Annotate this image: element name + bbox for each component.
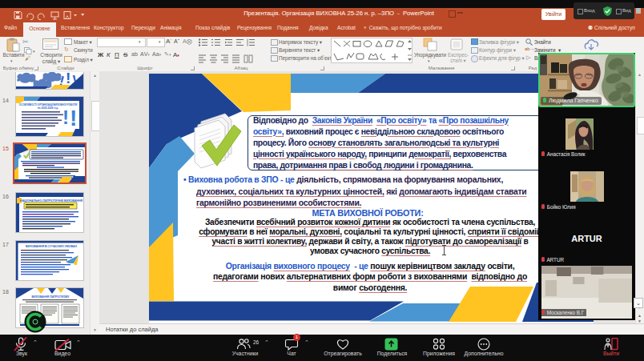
svg-text:!: ! xyxy=(62,106,69,128)
svg-text:ВИХОВАННЯ ПАТРІОТИЗМУ: ВИХОВАННЯ ПАТРІОТИЗМУ xyxy=(32,295,70,299)
svg-text:ВИХОВАННЯ В СУЧАСНИХ УМОВАХ: ВИХОВАННЯ В СУЧАСНИХ УМОВАХ xyxy=(26,245,78,248)
svg-text:НАЦІОНАЛЬНО-ПАТРІОТИЧНЕ ВИХОВА: НАЦІОНАЛЬНО-ПАТРІОТИЧНЕ ВИХОВАННЯ xyxy=(20,199,83,203)
svg-text:!: ! xyxy=(70,106,77,130)
svg-text:на 2025-2026 н.р.: на 2025-2026 н.р. xyxy=(38,106,58,110)
svg-text:!: ! xyxy=(66,72,70,86)
